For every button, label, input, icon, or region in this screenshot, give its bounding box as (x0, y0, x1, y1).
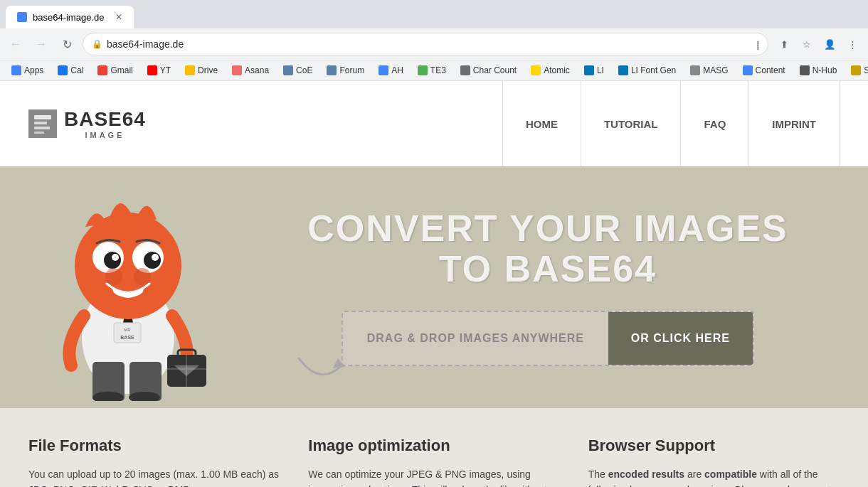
svg-point-16 (75, 213, 181, 319)
logo-sub-text: IMAGE (64, 131, 146, 139)
yt-favicon (147, 65, 157, 75)
image-optimization-para: We can optimize your JPEG & PNG images, … (308, 466, 559, 487)
extensions-button[interactable]: ⬆ (774, 34, 794, 54)
site-nav: HOME TUTORIAL FAQ IMPRINT (502, 81, 840, 166)
active-tab[interactable]: base64-image.de ✕ (6, 6, 134, 28)
file-formats-para1: You can upload up to 20 images (max. 1.0… (28, 466, 280, 487)
back-button[interactable]: ← (6, 34, 26, 54)
cal-favicon (58, 65, 68, 75)
bookmark-cal-label: Cal (70, 65, 83, 75)
bookmark-charcount-label: Char Count (473, 65, 517, 75)
image-optimization-column: Image optimization We can optimize your … (308, 437, 559, 487)
bookmark-content[interactable]: Content (737, 63, 791, 77)
bookmark-drive-label: Drive (198, 65, 218, 75)
nav-home[interactable]: HOME (502, 81, 581, 166)
bookmark-charcount[interactable]: Char Count (455, 63, 522, 77)
forum-favicon (327, 65, 337, 75)
bookmark-li-fontgen[interactable]: LI Font Gen (613, 63, 682, 77)
drag-drop-zone[interactable]: DRAG & DROP IMAGES ANYWHERE (343, 312, 608, 365)
drag-drop-label: DRAG & DROP IMAGES ANYWHERE (367, 332, 584, 345)
bookmark-lifontgen-label: LI Font Gen (631, 65, 676, 75)
bookmark-drive[interactable]: Drive (179, 63, 223, 77)
nav-imprint[interactable]: IMPRINT (748, 81, 840, 166)
bookmark-suntrust-label: SunTrust (864, 65, 868, 75)
menu-button[interactable]: ⋮ (842, 34, 862, 54)
tab-favicon (17, 12, 27, 22)
jpegoptim-link[interactable]: jpegoptim (308, 484, 351, 487)
address-text: base64-image.de (107, 38, 753, 50)
bookmark-li-label: LI (597, 65, 604, 75)
gmail-favicon (97, 65, 107, 75)
tab-title: base64-image.de (33, 12, 104, 23)
file-formats-heading: File Formats (28, 437, 280, 455)
svg-text:BASE: BASE (120, 335, 134, 340)
logo-text: BASE64 IMAGE (64, 108, 146, 139)
forward-button[interactable]: → (31, 34, 51, 54)
lock-icon: 🔒 (92, 39, 102, 49)
bookmark-te3-label: TE3 (430, 65, 446, 75)
bookmark-button[interactable]: ☆ (797, 34, 817, 54)
bookmark-cal[interactable]: Cal (52, 63, 89, 77)
suntrust-favicon (851, 65, 861, 75)
svg-point-21 (112, 254, 119, 261)
nav-tutorial[interactable]: TUTORIAL (581, 81, 681, 166)
optipng-link[interactable]: optipng (374, 484, 406, 487)
mascot: MR BASE (28, 173, 228, 401)
bookmark-te3[interactable]: TE3 (412, 63, 452, 77)
bookmarks-bar: Apps Cal Gmail YT Drive Asana CoE Forum (0, 60, 868, 81)
click-here-label: OR CLICK HERE (631, 332, 730, 344)
toolbar-actions: ⬆ ☆ 👤 ⋮ (774, 34, 862, 54)
bookmark-nhub[interactable]: N-Hub (794, 63, 843, 77)
click-here-button[interactable]: OR CLICK HERE (608, 312, 753, 365)
ah-favicon (379, 65, 388, 75)
svg-point-23 (105, 268, 122, 285)
tab-close-btn[interactable]: ✕ (115, 12, 122, 22)
hero-title-line2: TO BASE64 (439, 248, 657, 289)
hero-section: MR BASE (0, 166, 868, 408)
reload-button[interactable]: ↻ (57, 34, 77, 54)
image-optimization-heading: Image optimization (308, 437, 559, 455)
hero-content: CONVERT YOUR IMAGES TO BASE64 DRAG & DRO… (228, 180, 868, 395)
bookmark-yt-label: YT (160, 65, 171, 75)
svg-rect-3 (34, 127, 50, 129)
hero-title-line1: CONVERT YOUR IMAGES (307, 208, 788, 249)
browser-chrome: base64-image.de ✕ ← → ↻ 🔒 base64-image.d… (0, 0, 868, 81)
lifontgen-favicon (618, 65, 628, 75)
file-formats-column: File Formats You can upload up to 20 ima… (28, 437, 280, 487)
cursor-indicator: | (757, 39, 759, 50)
bookmark-masg[interactable]: MASG (684, 63, 734, 77)
li-favicon (584, 65, 594, 75)
apps-favicon (11, 65, 21, 75)
bookmark-gmail[interactable]: Gmail (92, 63, 138, 77)
bookmark-coe[interactable]: CoE (277, 63, 318, 77)
charcount-favicon (460, 65, 470, 75)
bookmark-forum-label: Forum (339, 65, 364, 75)
hero-title: CONVERT YOUR IMAGES TO BASE64 (307, 208, 788, 289)
svg-rect-4 (34, 132, 44, 134)
bookmark-atomic[interactable]: Atomic (525, 63, 576, 77)
coe-favicon (283, 65, 293, 75)
svg-rect-2 (34, 122, 47, 124)
browser-support-para: The encoded results are compatible with … (588, 466, 840, 487)
masg-favicon (690, 65, 700, 75)
arrow-decoration (292, 351, 349, 394)
upload-area[interactable]: DRAG & DROP IMAGES ANYWHERE OR CLICK HER… (342, 311, 754, 366)
nhub-favicon (800, 65, 810, 75)
bookmark-li[interactable]: LI (578, 63, 610, 77)
bookmark-apps[interactable]: Apps (6, 63, 49, 77)
drive-favicon (185, 65, 195, 75)
address-bar[interactable]: 🔒 base64-image.de | (83, 33, 768, 55)
bookmark-content-label: Content (756, 65, 785, 75)
te3-favicon (418, 65, 428, 75)
bookmark-yt[interactable]: YT (142, 63, 176, 77)
asana-favicon (232, 65, 242, 75)
nav-faq[interactable]: FAQ (680, 81, 748, 166)
bookmark-gmail-label: Gmail (110, 65, 132, 75)
bookmark-forum[interactable]: Forum (321, 63, 370, 77)
bookmark-apps-label: Apps (24, 65, 43, 75)
bookmark-asana[interactable]: Asana (226, 63, 275, 77)
profile-button[interactable]: 👤 (820, 34, 840, 54)
bookmark-suntrust[interactable]: SunTrust (845, 63, 868, 77)
content-favicon (743, 65, 753, 75)
bookmark-ah[interactable]: AH (373, 63, 409, 77)
